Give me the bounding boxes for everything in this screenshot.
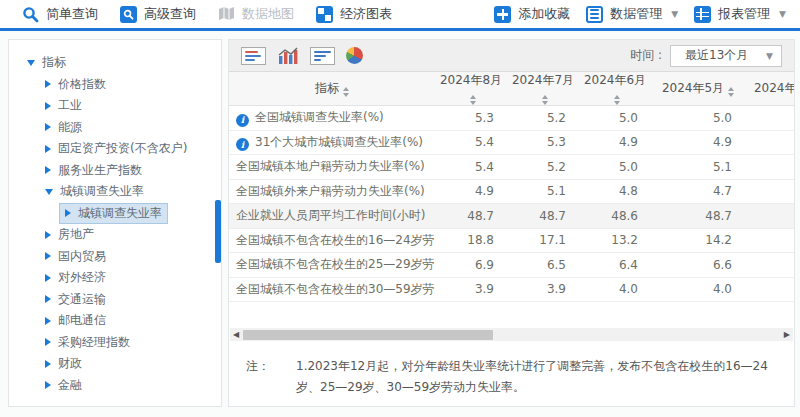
tree-node-industry[interactable]: 工业 — [9, 95, 221, 117]
cell-value: 5.3 — [435, 106, 507, 131]
hbar-chart-icon — [310, 47, 335, 65]
tree-node-label: 工业 — [58, 97, 82, 114]
header-month-label: 2024年7月 — [512, 73, 574, 87]
tree-node-foreign-economy[interactable]: 对外经济 — [9, 267, 221, 289]
table-row[interactable]: 全国城镇不包含在校生的25—29岁劳动力失业率(%) 6.9 6.5 6.4 6… — [229, 253, 794, 278]
nav-data-map-label: 数据地图 — [242, 5, 294, 23]
triangle-right-icon — [45, 360, 51, 368]
indicator-name: 31个大城市城镇调查失业率(%) — [255, 135, 423, 149]
cell-value — [745, 155, 794, 180]
tree-node-finance[interactable]: 财政 — [9, 353, 221, 375]
cell-value: 18.8 — [435, 228, 507, 253]
nav-advanced-query-label: 高级查询 — [144, 5, 196, 23]
nav-economic-charts[interactable]: 经济图表 — [316, 5, 392, 23]
scroll-right-icon[interactable]: ▶ — [784, 328, 790, 341]
triangle-down-icon — [45, 189, 53, 195]
scroll-left-icon[interactable]: ◀ — [233, 328, 239, 341]
bar-chart-view-button[interactable] — [277, 47, 299, 65]
cell-value: 3.9 — [507, 277, 579, 302]
table-view-button[interactable] — [241, 47, 266, 65]
indicator-name: 全国城镇不包含在校生的30—59岁劳动力失业率(%) — [236, 282, 435, 296]
table-row[interactable]: 全国城镇本地户籍劳动力失业率(%) 5.4 5.2 5.0 5.1 — [229, 155, 794, 180]
header-month-3[interactable]: 2024年6月 — [579, 72, 651, 106]
sort-icon[interactable] — [542, 95, 548, 105]
triangle-right-icon — [45, 166, 51, 174]
tree-node-label: 对外经济 — [58, 269, 106, 286]
nav-simple-query[interactable]: 简单查询 — [22, 5, 98, 23]
quadrant-grid-icon — [316, 6, 333, 23]
report-management-label: 报表管理 — [718, 5, 770, 23]
header-month-label: 2024年6月 — [584, 73, 646, 87]
view-toolbar: 时间 : 最近13个月 ▼ — [229, 40, 794, 72]
time-range-select[interactable]: 最近13个月 ▼ — [670, 45, 782, 67]
header-month-label: 2024年8月 — [440, 73, 502, 87]
indicator-name: 全国城镇调查失业率(%) — [255, 110, 384, 124]
triangle-right-icon — [45, 274, 51, 282]
cell-value: 5.2 — [507, 155, 579, 180]
tree-node-fixed-investment[interactable]: 固定资产投资(不含农户) — [9, 138, 221, 160]
cell-value — [745, 277, 794, 302]
tree-node-price-index[interactable]: 价格指数 — [9, 74, 221, 96]
footnote: 注： 1.2023年12月起，对分年龄组失业率统计进行了调整完善，发布不包含在校… — [229, 341, 794, 398]
hbar-chart-view-button[interactable] — [310, 47, 335, 65]
cell-value: 14.7 — [745, 228, 794, 253]
tree-node-transportation[interactable]: 交通运输 — [9, 289, 221, 311]
horizontal-scrollbar-thumb[interactable] — [243, 330, 493, 340]
table-row[interactable]: 全国城镇不包含在校生的30—59岁劳动力失业率(%) 3.9 3.9 4.0 4… — [229, 277, 794, 302]
header-month-2[interactable]: 2024年7月 — [507, 72, 579, 106]
cell-value: 4.0 — [579, 277, 651, 302]
cell-value: 5.3 — [507, 130, 579, 155]
tree-node-label: 采购经理指数 — [58, 334, 130, 351]
magnifier-icon — [22, 6, 39, 23]
sort-icon[interactable] — [614, 95, 620, 105]
tree-node-label: 金融 — [58, 377, 82, 394]
cell-value: 48.6 — [579, 204, 651, 229]
info-icon[interactable]: i — [236, 138, 249, 151]
pie-chart-view-button[interactable] — [346, 47, 363, 64]
tree-node-domestic-trade[interactable]: 国内贸易 — [9, 246, 221, 268]
map-icon — [218, 6, 235, 22]
sort-icon[interactable] — [728, 87, 734, 97]
table-row[interactable]: 全国城镇不包含在校生的16—24岁劳动力失业率(%) 18.8 17.1 13.… — [229, 228, 794, 253]
cell-value — [745, 130, 794, 155]
cell-value: 4.8 — [579, 179, 651, 204]
table-row[interactable]: 全国城镇外来户籍劳动力失业率(%) 4.9 5.1 4.8 4.7 — [229, 179, 794, 204]
tree-node-survey-unemployment[interactable]: 城镇调查失业率 — [9, 181, 221, 203]
header-month-label: 2024年4月 — [754, 81, 794, 95]
sort-icon[interactable] — [343, 87, 349, 97]
tree-node-root[interactable]: 指标 — [9, 52, 221, 74]
chevron-down-icon: ▼ — [779, 9, 786, 19]
horizontal-scrollbar[interactable]: ◀ ▶ — [230, 328, 793, 341]
info-icon[interactable]: i — [236, 114, 249, 127]
cell-value: 14.2 — [651, 228, 745, 253]
tree-node-label: 能源 — [58, 119, 82, 136]
tree-node-service-index[interactable]: 服务业生产指数 — [9, 160, 221, 182]
sidebar-scrollbar-thumb[interactable] — [215, 200, 221, 263]
tree-node-real-estate[interactable]: 房地产 — [9, 224, 221, 246]
data-management-menu[interactable]: 数据管理 ▼ — [586, 5, 678, 23]
header-month-5[interactable]: 2024年4月 — [745, 72, 794, 106]
header-month-4[interactable]: 2024年5月 — [651, 72, 745, 106]
header-month-1[interactable]: 2024年8月 — [435, 72, 507, 106]
report-management-menu[interactable]: 报表管理 ▼ — [694, 5, 786, 23]
table-row[interactable]: 企业就业人员周平均工作时间(小时) 48.7 48.7 48.6 48.7 48… — [229, 204, 794, 229]
tree-node-banking[interactable]: 金融 — [9, 375, 221, 397]
indicator-tree: 指标 价格指数 工业 能源 固定资产投资(不含农户) 服务业生产指数 — [9, 52, 221, 396]
table-row[interactable]: i31个大城市城镇调查失业率(%) 5.4 5.3 4.9 4.9 — [229, 130, 794, 155]
add-favorite-button[interactable]: 添加收藏 — [494, 5, 570, 23]
tree-node-post-telecom[interactable]: 邮电通信 — [9, 310, 221, 332]
table-row[interactable]: i全国城镇调查失业率(%) 5.3 5.2 5.0 5.0 — [229, 106, 794, 131]
tree-node-pmi[interactable]: 采购经理指数 — [9, 332, 221, 354]
cell-value: 48.7 — [435, 204, 507, 229]
tree-node-energy[interactable]: 能源 — [9, 117, 221, 139]
nav-advanced-query[interactable]: 高级查询 — [120, 5, 196, 23]
nav-data-map[interactable]: 数据地图 — [218, 5, 294, 23]
chevron-down-icon: ▼ — [766, 51, 773, 61]
tree-node-label: 邮电通信 — [58, 312, 106, 329]
nav-right-group: 添加收藏 数据管理 ▼ 报表管理 ▼ — [494, 5, 790, 23]
tree-node-survey-unemployment-child-selected[interactable]: 城镇调查失业率 — [9, 203, 221, 225]
header-indicator[interactable]: 指标 — [229, 72, 435, 106]
cell-value — [745, 179, 794, 204]
sort-icon[interactable] — [470, 95, 476, 105]
cell-value: 6.6 — [651, 253, 745, 278]
